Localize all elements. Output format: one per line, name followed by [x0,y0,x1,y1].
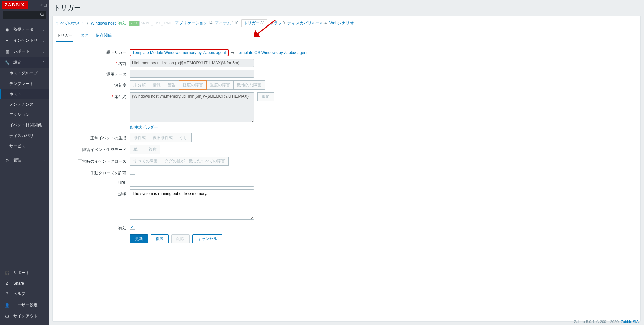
nav-admin[interactable]: ⚙管理⌄ [0,155,49,166]
nav-support[interactable]: 🎧サポート [0,267,49,278]
breadcrumb: すべてのホスト / Windows host 有効 ZBXSNMPJMXIPMI… [53,16,640,30]
label-parent: 親トリガー [56,48,130,55]
footer-link[interactable]: Zabbix SIA [621,320,639,324]
sev-2: 警告 [164,80,179,90]
subnav-discovery[interactable]: ディスカバリ [0,130,49,141]
sidebar: ZABBIX « ◻ ◉監視データ⌄ ≣インベントリ⌄ ▥レポート⌄ 🔧設定⌃ … [0,0,49,325]
bc-items[interactable]: アイテム [215,21,231,25]
label-okclose: 正常時のイベントクローズ [56,157,130,164]
label-name: 名前 [56,59,130,67]
eye-icon: ◉ [4,27,10,32]
chip-ipmi: IPMI [162,21,172,26]
subnav-maintenance[interactable]: メンテナンス [0,99,49,110]
label-enabled: 有効 [56,223,130,231]
wrench-icon: 🔧 [4,60,10,65]
label-okgen: 正常イベントの生成 [56,133,130,141]
svg-point-0 [41,13,43,16]
power-icon: ⏻ [4,314,10,319]
bc-status: 有効 [118,20,126,26]
tab-trigger[interactable]: トリガー [56,30,73,42]
bc-web[interactable]: Webシナリオ [329,20,354,26]
update-button[interactable]: 更新 [130,234,148,243]
subnav-hostgroups[interactable]: ホストグループ [0,68,49,78]
okgen-1: 復旧条件式 [149,133,176,142]
expression-builder-link[interactable]: 条件式ビルダー [130,125,158,130]
okclose-0: すべての障害 [130,157,161,166]
label-desc: 説明 [56,189,130,197]
url-field[interactable] [130,179,254,187]
subnav-templates[interactable]: テンプレート [0,78,49,89]
subnav-hosts[interactable]: ホスト [0,89,49,99]
config-submenu: ホストグループ テンプレート ホスト メンテナンス アクション イベント相関関係… [0,68,49,151]
page-title: トリガー [54,3,639,12]
expression-field [130,92,254,122]
label-url: URL [56,179,130,185]
chip-zbx: ZBX [129,21,139,26]
manual-close-checkbox [130,170,135,175]
bc-apps[interactable]: アプリケーション [175,21,207,25]
bc-graphs[interactable]: グラフ [270,21,282,25]
nav-config[interactable]: 🔧設定⌃ [0,57,49,68]
z-icon: Z [4,281,10,286]
collapse-icon[interactable]: « ◻ [40,3,47,7]
subnav-services[interactable]: サービス [0,141,49,151]
okclose-1: タグの値が一致したすべての障害 [161,157,229,166]
sev-1: 情報 [149,80,164,90]
chip-snmp: SNMP [139,21,152,26]
clone-button[interactable]: 複製 [151,234,169,243]
okgen-2: なし [176,133,192,142]
label-probmode: 障害イベント生成モード [56,145,130,153]
sev-3: 軽度の障害 [179,80,207,90]
delete-button: 削除 [171,234,190,243]
bc-host[interactable]: Windows host [91,21,116,26]
nav-inventory[interactable]: ≣インベントリ⌄ [0,35,49,46]
parent-template-1[interactable]: Template Module Windows memory by Zabbix… [132,50,226,55]
help-icon: ? [4,292,10,296]
list-icon: ≣ [4,38,10,43]
nav-logout[interactable]: ⏻サインアウト [0,311,49,322]
enabled-checkbox[interactable] [130,225,135,230]
sev-4: 重度の障害 [207,80,234,90]
nav-share[interactable]: ZShare [0,278,49,288]
subnav-correlation[interactable]: イベント相関関係 [0,120,49,130]
bc-triggers[interactable]: トリガー [244,21,260,25]
tab-tags[interactable]: タグ [79,30,89,42]
probmode-0: 単一 [130,145,145,154]
logo[interactable]: ZABBIX [2,1,28,9]
bc-discovery[interactable]: ディスカバリルール [287,21,324,25]
tab-deps[interactable]: 依存関係 [95,30,112,42]
okgen-0: 条件式 [130,133,149,142]
label-manual: 手動クローズを許可 [56,168,130,176]
name-field [130,59,254,67]
user-icon: 👤 [4,303,10,308]
sev-5: 致命的な障害 [234,80,265,90]
support-icon: 🎧 [4,271,10,275]
opdata-field [130,70,254,78]
label-severity: 深刻度 [56,80,130,88]
probmode-1: 複数 [145,145,160,154]
nav-reports[interactable]: ▥レポート⌄ [0,46,49,57]
chart-icon: ▥ [4,49,10,54]
content-card: すべてのホスト / Windows host 有効 ZBXSNMPJMXIPMI… [52,16,641,322]
label-opdata: 運用データ [56,70,130,77]
bc-all-hosts[interactable]: すべてのホスト [56,20,84,26]
cancel-button[interactable]: キャンセル [192,234,222,243]
parent-highlight-box: Template Module Windows memory by Zabbix… [130,49,229,56]
subnav-actions[interactable]: アクション [0,110,49,120]
nav-help[interactable]: ?ヘルプ [0,288,49,300]
description-field[interactable] [130,189,254,220]
tabs: トリガー タグ 依存関係 [53,30,640,42]
svg-line-1 [43,15,44,16]
sev-0: 未分類 [130,80,149,90]
label-expr: 条件式 [56,92,130,100]
footer: Zabbix 5.0.4. © 2001–2020, Zabbix SIA [574,320,639,324]
add-button: 追加 [257,92,274,101]
parent-template-2[interactable]: Template OS Windows by Zabbix agent [237,50,307,55]
gear-icon: ⚙ [4,158,10,163]
arrow-icon: ⇒ [231,50,234,55]
chip-jmx: JMX [152,21,162,26]
nav-monitoring[interactable]: ◉監視データ⌄ [0,24,49,35]
search-icon[interactable] [40,12,44,18]
nav-user[interactable]: 👤ユーザー設定 [0,300,49,311]
